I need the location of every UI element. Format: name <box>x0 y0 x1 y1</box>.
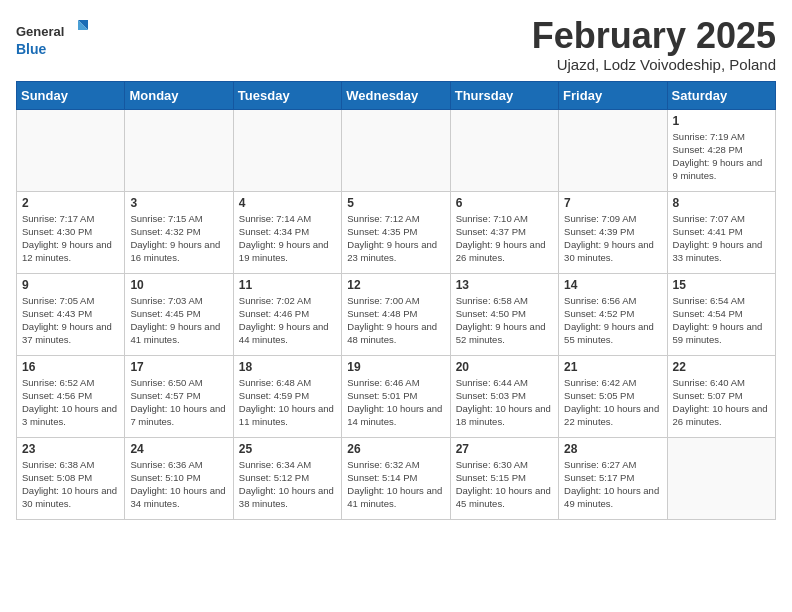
day-number: 21 <box>564 360 661 374</box>
day-number: 27 <box>456 442 553 456</box>
day-number: 1 <box>673 114 770 128</box>
day-of-week-header: Thursday <box>450 81 558 109</box>
calendar-cell: 8Sunrise: 7:07 AM Sunset: 4:41 PM Daylig… <box>667 191 775 273</box>
calendar-cell: 11Sunrise: 7:02 AM Sunset: 4:46 PM Dayli… <box>233 273 341 355</box>
day-info: Sunrise: 6:50 AM Sunset: 4:57 PM Dayligh… <box>130 376 227 429</box>
calendar-cell: 23Sunrise: 6:38 AM Sunset: 5:08 PM Dayli… <box>17 437 125 519</box>
page-header: General Blue February 2025 Ujazd, Lodz V… <box>16 16 776 73</box>
calendar-cell <box>17 109 125 191</box>
calendar-cell: 18Sunrise: 6:48 AM Sunset: 4:59 PM Dayli… <box>233 355 341 437</box>
day-number: 12 <box>347 278 444 292</box>
title-area: February 2025 Ujazd, Lodz Voivodeship, P… <box>532 16 776 73</box>
calendar-header-row: SundayMondayTuesdayWednesdayThursdayFrid… <box>17 81 776 109</box>
day-number: 8 <box>673 196 770 210</box>
calendar-cell: 20Sunrise: 6:44 AM Sunset: 5:03 PM Dayli… <box>450 355 558 437</box>
calendar-cell: 26Sunrise: 6:32 AM Sunset: 5:14 PM Dayli… <box>342 437 450 519</box>
calendar-cell: 28Sunrise: 6:27 AM Sunset: 5:17 PM Dayli… <box>559 437 667 519</box>
day-number: 11 <box>239 278 336 292</box>
day-info: Sunrise: 7:09 AM Sunset: 4:39 PM Dayligh… <box>564 212 661 265</box>
day-number: 14 <box>564 278 661 292</box>
day-of-week-header: Friday <box>559 81 667 109</box>
day-number: 16 <box>22 360 119 374</box>
day-number: 15 <box>673 278 770 292</box>
day-number: 9 <box>22 278 119 292</box>
day-info: Sunrise: 6:27 AM Sunset: 5:17 PM Dayligh… <box>564 458 661 511</box>
day-number: 19 <box>347 360 444 374</box>
day-info: Sunrise: 6:30 AM Sunset: 5:15 PM Dayligh… <box>456 458 553 511</box>
calendar-cell: 17Sunrise: 6:50 AM Sunset: 4:57 PM Dayli… <box>125 355 233 437</box>
day-info: Sunrise: 6:44 AM Sunset: 5:03 PM Dayligh… <box>456 376 553 429</box>
day-number: 23 <box>22 442 119 456</box>
calendar-cell <box>342 109 450 191</box>
logo: General Blue <box>16 16 96 66</box>
calendar-cell: 27Sunrise: 6:30 AM Sunset: 5:15 PM Dayli… <box>450 437 558 519</box>
day-number: 22 <box>673 360 770 374</box>
day-info: Sunrise: 6:46 AM Sunset: 5:01 PM Dayligh… <box>347 376 444 429</box>
day-of-week-header: Monday <box>125 81 233 109</box>
calendar-cell: 5Sunrise: 7:12 AM Sunset: 4:35 PM Daylig… <box>342 191 450 273</box>
month-title: February 2025 <box>532 16 776 56</box>
day-info: Sunrise: 7:05 AM Sunset: 4:43 PM Dayligh… <box>22 294 119 347</box>
day-of-week-header: Saturday <box>667 81 775 109</box>
day-number: 17 <box>130 360 227 374</box>
day-number: 3 <box>130 196 227 210</box>
logo-svg: General Blue <box>16 16 96 66</box>
day-number: 18 <box>239 360 336 374</box>
day-number: 24 <box>130 442 227 456</box>
day-of-week-header: Wednesday <box>342 81 450 109</box>
calendar-cell: 9Sunrise: 7:05 AM Sunset: 4:43 PM Daylig… <box>17 273 125 355</box>
day-number: 2 <box>22 196 119 210</box>
day-info: Sunrise: 7:07 AM Sunset: 4:41 PM Dayligh… <box>673 212 770 265</box>
calendar-cell: 13Sunrise: 6:58 AM Sunset: 4:50 PM Dayli… <box>450 273 558 355</box>
day-info: Sunrise: 6:34 AM Sunset: 5:12 PM Dayligh… <box>239 458 336 511</box>
day-info: Sunrise: 7:02 AM Sunset: 4:46 PM Dayligh… <box>239 294 336 347</box>
day-info: Sunrise: 6:48 AM Sunset: 4:59 PM Dayligh… <box>239 376 336 429</box>
calendar-week-row: 9Sunrise: 7:05 AM Sunset: 4:43 PM Daylig… <box>17 273 776 355</box>
calendar-cell <box>233 109 341 191</box>
day-of-week-header: Tuesday <box>233 81 341 109</box>
day-number: 4 <box>239 196 336 210</box>
calendar-cell <box>667 437 775 519</box>
day-info: Sunrise: 7:03 AM Sunset: 4:45 PM Dayligh… <box>130 294 227 347</box>
calendar-cell <box>559 109 667 191</box>
calendar-cell <box>450 109 558 191</box>
calendar-cell: 3Sunrise: 7:15 AM Sunset: 4:32 PM Daylig… <box>125 191 233 273</box>
calendar-cell: 7Sunrise: 7:09 AM Sunset: 4:39 PM Daylig… <box>559 191 667 273</box>
day-info: Sunrise: 7:00 AM Sunset: 4:48 PM Dayligh… <box>347 294 444 347</box>
day-info: Sunrise: 6:56 AM Sunset: 4:52 PM Dayligh… <box>564 294 661 347</box>
calendar-cell: 19Sunrise: 6:46 AM Sunset: 5:01 PM Dayli… <box>342 355 450 437</box>
calendar-cell: 6Sunrise: 7:10 AM Sunset: 4:37 PM Daylig… <box>450 191 558 273</box>
calendar-cell: 24Sunrise: 6:36 AM Sunset: 5:10 PM Dayli… <box>125 437 233 519</box>
day-number: 28 <box>564 442 661 456</box>
day-number: 10 <box>130 278 227 292</box>
day-info: Sunrise: 7:17 AM Sunset: 4:30 PM Dayligh… <box>22 212 119 265</box>
calendar-cell: 25Sunrise: 6:34 AM Sunset: 5:12 PM Dayli… <box>233 437 341 519</box>
calendar-week-row: 16Sunrise: 6:52 AM Sunset: 4:56 PM Dayli… <box>17 355 776 437</box>
day-number: 6 <box>456 196 553 210</box>
day-info: Sunrise: 6:58 AM Sunset: 4:50 PM Dayligh… <box>456 294 553 347</box>
calendar-cell: 22Sunrise: 6:40 AM Sunset: 5:07 PM Dayli… <box>667 355 775 437</box>
day-number: 20 <box>456 360 553 374</box>
calendar-cell: 16Sunrise: 6:52 AM Sunset: 4:56 PM Dayli… <box>17 355 125 437</box>
day-info: Sunrise: 6:54 AM Sunset: 4:54 PM Dayligh… <box>673 294 770 347</box>
day-info: Sunrise: 7:14 AM Sunset: 4:34 PM Dayligh… <box>239 212 336 265</box>
calendar-cell: 12Sunrise: 7:00 AM Sunset: 4:48 PM Dayli… <box>342 273 450 355</box>
calendar-cell: 21Sunrise: 6:42 AM Sunset: 5:05 PM Dayli… <box>559 355 667 437</box>
day-number: 5 <box>347 196 444 210</box>
calendar-cell: 1Sunrise: 7:19 AM Sunset: 4:28 PM Daylig… <box>667 109 775 191</box>
day-info: Sunrise: 7:15 AM Sunset: 4:32 PM Dayligh… <box>130 212 227 265</box>
day-of-week-header: Sunday <box>17 81 125 109</box>
day-info: Sunrise: 6:32 AM Sunset: 5:14 PM Dayligh… <box>347 458 444 511</box>
calendar-cell: 4Sunrise: 7:14 AM Sunset: 4:34 PM Daylig… <box>233 191 341 273</box>
calendar-cell: 2Sunrise: 7:17 AM Sunset: 4:30 PM Daylig… <box>17 191 125 273</box>
calendar-week-row: 1Sunrise: 7:19 AM Sunset: 4:28 PM Daylig… <box>17 109 776 191</box>
day-info: Sunrise: 7:10 AM Sunset: 4:37 PM Dayligh… <box>456 212 553 265</box>
calendar-cell: 14Sunrise: 6:56 AM Sunset: 4:52 PM Dayli… <box>559 273 667 355</box>
day-number: 25 <box>239 442 336 456</box>
day-info: Sunrise: 7:19 AM Sunset: 4:28 PM Dayligh… <box>673 130 770 183</box>
day-info: Sunrise: 7:12 AM Sunset: 4:35 PM Dayligh… <box>347 212 444 265</box>
calendar-table: SundayMondayTuesdayWednesdayThursdayFrid… <box>16 81 776 520</box>
calendar-cell: 10Sunrise: 7:03 AM Sunset: 4:45 PM Dayli… <box>125 273 233 355</box>
location-title: Ujazd, Lodz Voivodeship, Poland <box>532 56 776 73</box>
day-info: Sunrise: 6:36 AM Sunset: 5:10 PM Dayligh… <box>130 458 227 511</box>
